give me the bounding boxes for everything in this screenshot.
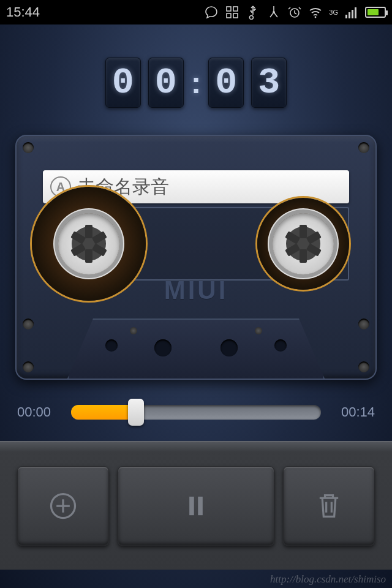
timer-digit: 0	[208, 58, 244, 108]
timer-digit: 0	[105, 58, 141, 108]
signal-icon	[344, 5, 359, 20]
reel-window	[43, 207, 349, 281]
status-bar: 15:44 3G	[0, 0, 392, 24]
usb-icon	[246, 5, 260, 20]
reel-hub-icon	[273, 213, 334, 274]
svg-rect-0	[227, 7, 231, 11]
cassette-bottom-trap	[67, 318, 325, 379]
reel-hub-icon	[58, 213, 119, 274]
progress-fill	[71, 405, 136, 420]
screw-icon	[358, 361, 369, 372]
apps-icon	[225, 5, 239, 20]
svg-rect-10	[355, 7, 356, 18]
playback-progress: 00:00 00:14	[0, 404, 392, 420]
timer-digit: 0	[148, 58, 184, 108]
wifi-icon	[308, 5, 323, 20]
battery-icon	[365, 7, 386, 18]
cassette-tape: A 未命名录音	[15, 135, 377, 380]
svg-rect-7	[345, 15, 347, 18]
pause-button[interactable]	[118, 466, 274, 546]
svg-rect-3	[233, 13, 238, 18]
total-time: 00:14	[332, 404, 375, 420]
screw-icon	[358, 318, 369, 330]
control-bar	[0, 441, 392, 570]
alarm-icon	[287, 5, 302, 20]
chat-icon	[204, 5, 219, 20]
screw-icon	[358, 142, 369, 153]
add-button[interactable]	[17, 466, 109, 546]
svg-rect-13	[198, 496, 203, 514]
svg-rect-1	[233, 7, 238, 11]
plus-circle-icon	[47, 490, 79, 522]
reel-right	[263, 204, 343, 284]
recording-timer: 0 0 : 0 3	[0, 55, 392, 110]
svg-rect-2	[227, 13, 231, 18]
pause-icon	[180, 490, 212, 522]
watermark: http://blog.csdn.net/shimiso	[270, 573, 386, 586]
svg-rect-8	[349, 12, 350, 18]
status-icons: 3G	[204, 5, 386, 20]
screw-icon	[23, 142, 34, 153]
svg-rect-9	[352, 10, 353, 18]
network-type: 3G	[329, 9, 338, 16]
sync-icon	[266, 5, 281, 20]
cassette-brand: MIUI	[17, 276, 375, 305]
screw-icon	[23, 318, 34, 330]
status-time: 15:44	[6, 4, 40, 20]
timer-colon: :	[191, 65, 202, 100]
timer-digit: 3	[251, 58, 287, 108]
svg-rect-12	[189, 496, 194, 514]
svg-point-6	[315, 17, 317, 18]
screw-icon	[23, 361, 34, 372]
trash-icon	[313, 490, 345, 522]
reel-left	[49, 204, 129, 284]
progress-thumb[interactable]	[128, 399, 144, 426]
elapsed-time: 00:00	[17, 404, 60, 420]
delete-button[interactable]	[283, 466, 375, 546]
progress-slider[interactable]	[71, 405, 321, 420]
